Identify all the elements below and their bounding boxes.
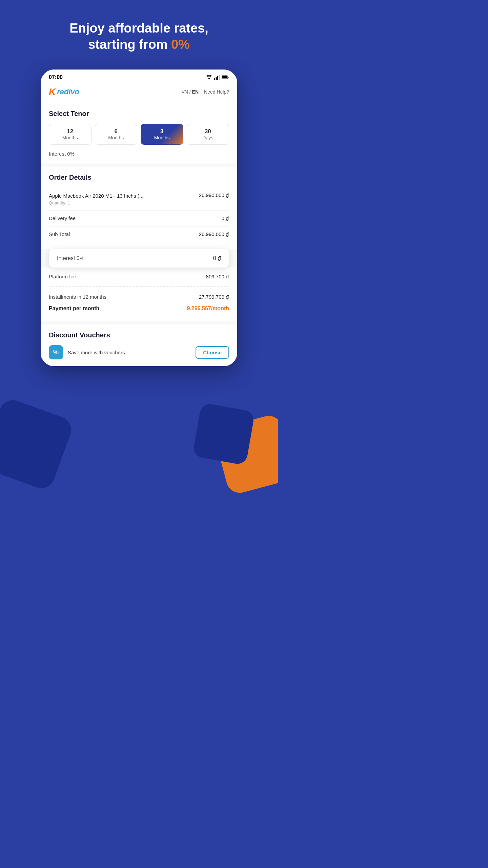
- svg-rect-4: [219, 75, 220, 80]
- phone-mockup: 07:00 K re: [41, 70, 237, 366]
- discount-vouchers-section: Discount Vouchers % Save more with vouch…: [41, 324, 237, 366]
- order-details-section: Order Details Apple Macbook Air 2020 M1 …: [41, 167, 237, 249]
- floating-interest-row: Interest 0% 0 ₫: [49, 249, 229, 268]
- status-time: 07:00: [49, 74, 63, 80]
- logo-text: redivo: [57, 87, 79, 96]
- order-details-title: Order Details: [49, 174, 229, 181]
- payment-per-month-value: 9.266.567/month: [187, 305, 229, 312]
- signal-icon: [214, 75, 220, 80]
- tenor-option-30days[interactable]: 30 Days: [187, 124, 229, 145]
- installments-label: Installments in 12 months: [49, 294, 106, 300]
- additional-fees-section: Platform fee 809.700 ₫ Installments in 1…: [41, 268, 237, 321]
- sub-total-value: 26.990.000 ₫: [199, 231, 229, 237]
- svg-rect-2: [216, 77, 217, 80]
- app-header: K redivo VN / EN Need Help?: [41, 83, 237, 103]
- interest-label: Interest 0%: [49, 151, 229, 157]
- phone-content: Select Tenor 12 Months 6 Months 3 Months…: [41, 103, 237, 366]
- lang-separator: /: [189, 89, 192, 95]
- floating-interest-label: Interest 0%: [57, 255, 84, 261]
- svg-marker-0: [208, 78, 210, 80]
- tenor-30-label: Days: [190, 135, 226, 140]
- hero-title: Enjoy affordable rates, starting from 0%: [69, 20, 208, 53]
- payment-per-month-label: Payment per month: [49, 305, 99, 312]
- need-help-link[interactable]: Need Help?: [204, 89, 229, 95]
- order-item-price: 26.990.000 ₫: [199, 192, 229, 198]
- delivery-fee-value: 0 ₫: [221, 215, 229, 221]
- bg-decoration-left: [0, 396, 75, 492]
- order-item-qty: Quantity: 1: [49, 200, 199, 205]
- dashed-divider: [49, 287, 229, 287]
- platform-fee-label: Platform fee: [49, 274, 76, 280]
- installments-value: 27.799.700 ₫: [199, 294, 229, 300]
- sub-total-row: Sub Total 26.990.000 ₫: [49, 226, 229, 242]
- tenor-3-label: Months: [144, 135, 180, 140]
- tenor-6-label: Months: [99, 135, 134, 140]
- payment-per-month-row: Payment per month 9.266.567/month: [49, 303, 229, 314]
- delivery-fee-label: Delivery fee: [49, 215, 76, 221]
- svg-rect-7: [222, 76, 227, 79]
- logo-k: K: [49, 86, 56, 97]
- platform-fee-row: Platform fee 809.700 ₫: [49, 271, 229, 282]
- lang-en: EN: [192, 89, 199, 95]
- discount-vouchers-title: Discount Vouchers: [49, 331, 229, 339]
- tenor-option-3months[interactable]: 3 Months: [141, 124, 183, 145]
- tenor-12-label: Months: [53, 135, 88, 140]
- tenor-3-num: 3: [144, 128, 180, 135]
- order-item-name: Apple Macbook Air 2020 M1 - 13 Inchs (..…: [49, 192, 199, 199]
- installments-row: Installments in 12 months 27.799.700 ₫: [49, 291, 229, 303]
- battery-icon: [222, 75, 229, 79]
- bg-decoration-right2: [192, 402, 255, 465]
- header-nav: VN / EN Need Help?: [181, 89, 229, 95]
- hero-line1: Enjoy affordable rates,: [69, 21, 208, 35]
- tenor-options: 12 Months 6 Months 3 Months 30 Days: [49, 124, 229, 145]
- discount-row: % Save more with vouchers Choose: [49, 345, 229, 359]
- hero-line2: starting from: [88, 37, 171, 52]
- order-item-left: Apple Macbook Air 2020 M1 - 13 Inchs (..…: [49, 192, 199, 205]
- choose-voucher-button[interactable]: Choose: [196, 346, 229, 359]
- status-icons: [206, 75, 229, 80]
- order-item-row: Apple Macbook Air 2020 M1 - 13 Inchs (..…: [49, 188, 229, 211]
- hero-rate: 0%: [171, 37, 190, 52]
- platform-fee-value: 809.700 ₫: [206, 274, 229, 280]
- floating-interest-value: 0 ₫: [213, 255, 221, 261]
- status-bar: 07:00: [41, 70, 237, 83]
- svg-rect-3: [217, 76, 218, 80]
- svg-rect-6: [228, 77, 229, 78]
- discount-icon-label: %: [53, 349, 59, 356]
- tenor-6-num: 6: [99, 128, 134, 135]
- lang-vn: VN: [181, 89, 188, 95]
- select-tenor-section: Select Tenor 12 Months 6 Months 3 Months…: [41, 103, 237, 163]
- svg-rect-1: [214, 78, 215, 80]
- language-switch[interactable]: VN / EN: [181, 89, 199, 95]
- tenor-30-num: 30: [190, 128, 226, 135]
- tenor-option-12months[interactable]: 12 Months: [49, 124, 92, 145]
- logo: K redivo: [49, 86, 79, 97]
- discount-save-text: Save more with vouchers: [68, 350, 196, 355]
- discount-icon: %: [49, 345, 63, 359]
- sub-total-label: Sub Total: [49, 231, 70, 237]
- delivery-fee-row: Delivery fee 0 ₫: [49, 211, 229, 226]
- select-tenor-title: Select Tenor: [49, 110, 229, 118]
- tenor-12-num: 12: [53, 128, 88, 135]
- wifi-icon: [206, 75, 212, 80]
- tenor-option-6months[interactable]: 6 Months: [95, 124, 138, 145]
